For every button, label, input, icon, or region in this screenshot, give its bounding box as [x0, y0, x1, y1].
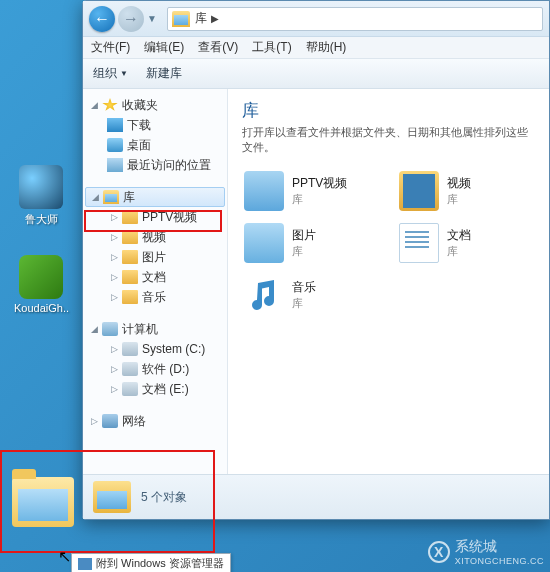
libraries-icon: [93, 481, 131, 513]
pptv-icon: [244, 171, 284, 211]
folder-icon: [122, 230, 138, 244]
library-item-music[interactable]: 音乐库: [242, 273, 381, 317]
back-button[interactable]: ←: [89, 6, 115, 32]
tree-label: 软件 (D:): [142, 361, 189, 378]
folder-icon: [122, 210, 138, 224]
tree-label: PPTV视频: [142, 209, 197, 226]
tree-video[interactable]: ▷视频: [83, 227, 227, 247]
menu-help[interactable]: 帮助(H): [306, 39, 347, 56]
tree-drive-d[interactable]: ▷软件 (D:): [83, 359, 227, 379]
tree-drive-c[interactable]: ▷System (C:): [83, 339, 227, 359]
chevron-down-icon: ▼: [120, 69, 128, 78]
folder-icon: [122, 250, 138, 264]
expander-icon[interactable]: ▷: [111, 364, 120, 374]
expander-icon[interactable]: ▷: [111, 272, 120, 282]
expander-icon[interactable]: ▷: [111, 384, 120, 394]
new-library-label: 新建库: [146, 65, 182, 82]
pictures-icon: [244, 223, 284, 263]
tree-label: 收藏夹: [122, 97, 158, 114]
menu-tools[interactable]: 工具(T): [252, 39, 291, 56]
nav-bar: ← → ▼ 库 ▶: [83, 1, 549, 37]
status-text: 5 个对象: [141, 489, 187, 506]
tree-documents[interactable]: ▷文档: [83, 267, 227, 287]
tree-label: 视频: [142, 229, 166, 246]
video-icon: [399, 171, 439, 211]
tree-pptv[interactable]: ▷PPTV视频: [83, 207, 227, 227]
tree-label: 文档 (E:): [142, 381, 189, 398]
tree-recent[interactable]: 最近访问的位置: [83, 155, 227, 175]
tree-label: System (C:): [142, 342, 205, 356]
tree-pictures[interactable]: ▷图片: [83, 247, 227, 267]
expander-icon[interactable]: ▷: [111, 212, 120, 222]
forward-button[interactable]: →: [118, 6, 144, 32]
tree-libraries[interactable]: ◢ 库: [85, 187, 225, 207]
tree-drive-e[interactable]: ▷文档 (E:): [83, 379, 227, 399]
arrow-right-icon: →: [123, 10, 139, 28]
desktop-icon: [107, 138, 123, 152]
desktop-icon-label: 鲁大师: [14, 212, 68, 227]
watermark: X 系统城 XITONGCHENG.CC: [428, 538, 544, 566]
item-sub: 库: [447, 192, 471, 207]
menu-edit[interactable]: 编辑(E): [144, 39, 184, 56]
expander-icon[interactable]: ▷: [111, 292, 120, 302]
breadcrumb-arrow-icon: ▶: [211, 13, 219, 24]
drive-icon: [122, 342, 138, 356]
pin-tooltip: 附到 Windows 资源管理器: [71, 553, 231, 572]
tree-label: 下载: [127, 117, 151, 134]
history-dropdown[interactable]: ▼: [147, 13, 161, 24]
watermark-logo-icon: X: [428, 541, 450, 563]
tree-label: 桌面: [127, 137, 151, 154]
tree-network[interactable]: ▷ 网络: [83, 411, 227, 431]
tree-label: 图片: [142, 249, 166, 266]
expander-icon[interactable]: ◢: [92, 192, 101, 202]
desktop-icon-ludashi[interactable]: 鲁大师: [14, 165, 68, 227]
breadcrumb-text: 库: [195, 10, 207, 27]
library-item-video[interactable]: 视频库: [397, 169, 536, 213]
menu-file[interactable]: 文件(F): [91, 39, 130, 56]
library-item-documents[interactable]: 文档库: [397, 221, 536, 265]
desktop-icon-label: KoudaiGh..: [14, 302, 68, 314]
folder-icon: [122, 290, 138, 304]
tree-label: 库: [123, 189, 135, 206]
library-item-pptv[interactable]: PPTV视频库: [242, 169, 381, 213]
tree-music[interactable]: ▷音乐: [83, 287, 227, 307]
tree-computer[interactable]: ◢ 计算机: [83, 319, 227, 339]
pin-icon: [78, 558, 92, 570]
folder-icon: [122, 270, 138, 284]
item-sub: 库: [447, 244, 471, 259]
item-sub: 库: [292, 296, 316, 311]
library-item-pictures[interactable]: 图片库: [242, 221, 381, 265]
libraries-icon: [103, 190, 119, 204]
item-sub: 库: [292, 192, 347, 207]
page-subtitle: 打开库以查看文件并根据文件夹、日期和其他属性排列这些文件。: [242, 125, 535, 155]
organize-button[interactable]: 组织 ▼: [93, 65, 128, 82]
new-library-button[interactable]: 新建库: [146, 65, 182, 82]
folder-icon: [12, 477, 74, 527]
tree-label: 网络: [122, 413, 146, 430]
expander-icon[interactable]: ◢: [91, 324, 100, 334]
tree-label: 文档: [142, 269, 166, 286]
item-sub: 库: [292, 244, 316, 259]
computer-icon: [102, 322, 118, 336]
menu-view[interactable]: 查看(V): [198, 39, 238, 56]
item-name: 图片: [292, 227, 316, 244]
expander-icon[interactable]: ▷: [111, 344, 120, 354]
item-name: 音乐: [292, 279, 316, 296]
taskbar-drag-preview[interactable]: [4, 454, 82, 550]
address-bar[interactable]: 库 ▶: [167, 7, 543, 31]
organize-label: 组织: [93, 65, 117, 82]
tree-downloads[interactable]: 下载: [83, 115, 227, 135]
expander-icon[interactable]: ◢: [91, 100, 100, 110]
star-icon: [102, 98, 118, 112]
download-icon: [107, 118, 123, 132]
tree-label: 音乐: [142, 289, 166, 306]
desktop-icon-koudai[interactable]: KoudaiGh..: [14, 255, 68, 314]
libraries-icon: [172, 11, 190, 27]
tree-desktop[interactable]: 桌面: [83, 135, 227, 155]
tree-favorites[interactable]: ◢ 收藏夹: [83, 95, 227, 115]
expander-icon[interactable]: ▷: [91, 416, 100, 426]
drive-icon: [122, 382, 138, 396]
expander-icon[interactable]: ▷: [111, 252, 120, 262]
expander-icon[interactable]: ▷: [111, 232, 120, 242]
navigation-tree: ◢ 收藏夹 下载 桌面 最近访问的位置 ◢ 库 ▷PPTV视频 ▷视频 ▷图片 …: [83, 89, 228, 496]
